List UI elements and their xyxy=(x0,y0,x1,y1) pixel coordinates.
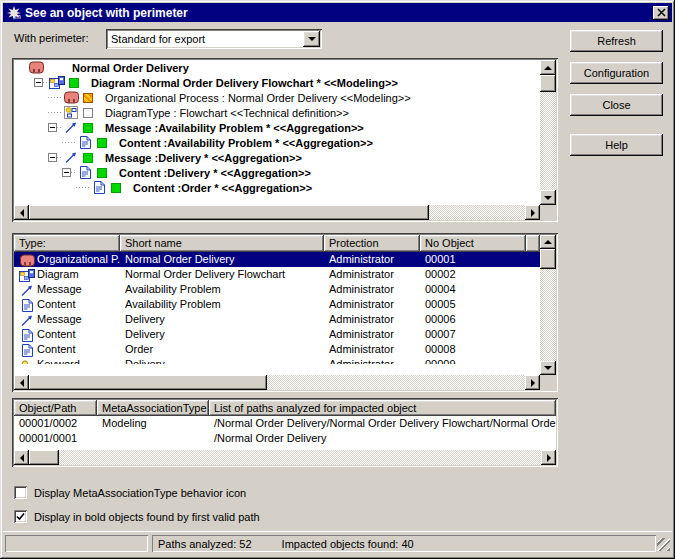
table-row[interactable]: 00001/0001/Normal Order Delivery xyxy=(14,431,556,446)
objects-vertical-scrollbar[interactable] xyxy=(540,235,556,375)
cell-protection[interactable]: Administrator xyxy=(324,342,420,357)
table-row[interactable]: ContentOrderAdministrator00008 xyxy=(14,342,540,357)
column-header-paths-list[interactable]: List of paths analyzed for impacted obje… xyxy=(209,400,556,416)
tree-expand-toggle[interactable] xyxy=(62,165,75,180)
tree-item[interactable]: Content :Delivery * <<Aggregation>> xyxy=(14,165,540,180)
collapse-minus-icon[interactable] xyxy=(62,168,71,177)
checkbox-display-meta-association-icon[interactable] xyxy=(14,486,27,499)
table-row[interactable]: ContentDeliveryAdministrator00007 xyxy=(14,327,540,342)
close-button[interactable] xyxy=(653,6,669,20)
tree-vertical-scrollbar[interactable] xyxy=(540,60,556,205)
tree-hscroll-thumb[interactable] xyxy=(29,205,429,220)
cell-meta-association-type[interactable] xyxy=(97,431,209,446)
cell-paths-list[interactable]: /Normal Order Delivery/Normal Order Deli… xyxy=(209,416,556,431)
cell-protection[interactable]: Administrator xyxy=(324,267,420,282)
cell-object-path[interactable]: 00001/0001 xyxy=(14,431,97,446)
scroll-right-button[interactable] xyxy=(525,375,540,390)
objects-vscroll-thumb[interactable] xyxy=(540,249,556,269)
cell-short-name[interactable]: Availability Problem xyxy=(120,282,324,297)
cell-no-object[interactable]: 00007 xyxy=(420,327,526,342)
cell-protection[interactable]: Administrator xyxy=(324,312,420,327)
cell-protection[interactable]: Administrator xyxy=(324,252,420,267)
table-row[interactable]: Organizational P...Normal Order Delivery… xyxy=(14,252,540,267)
cell-type[interactable]: Message xyxy=(14,282,120,297)
scroll-up-button[interactable] xyxy=(540,60,556,75)
tree-item[interactable]: Diagram :Normal Order Delivery Flowchart… xyxy=(14,75,540,90)
refresh-button[interactable]: Refresh xyxy=(570,30,663,52)
scroll-left-button[interactable] xyxy=(14,450,29,465)
cell-type[interactable]: Message xyxy=(14,312,120,327)
cell-protection[interactable]: Administrator xyxy=(324,282,420,297)
cell-short-name[interactable]: Availability Problem xyxy=(120,297,324,312)
column-header-protection[interactable]: Protection xyxy=(324,235,420,252)
column-header-meta-association-type[interactable]: MetaAssociationType xyxy=(97,400,209,416)
column-header-type[interactable]: Type: xyxy=(14,235,120,252)
tree-expand-toggle[interactable] xyxy=(48,150,61,165)
cell-no-object[interactable]: 00009 xyxy=(420,357,526,364)
tree-vscroll-thumb[interactable] xyxy=(540,75,556,92)
cell-no-object[interactable]: 00008 xyxy=(420,342,526,357)
perimeter-combobox[interactable]: Standard for export xyxy=(106,29,322,49)
table-row[interactable]: DiagramNormal Order Delivery FlowchartAd… xyxy=(14,267,540,282)
cell-type[interactable]: Content xyxy=(14,327,120,342)
tree-expand-toggle[interactable] xyxy=(48,120,61,135)
cell-no-object[interactable]: 00004 xyxy=(420,282,526,297)
column-header-object-path[interactable]: Object/Path xyxy=(14,400,97,416)
scroll-down-button[interactable] xyxy=(540,190,556,205)
scroll-left-button[interactable] xyxy=(14,375,29,390)
collapse-minus-icon[interactable] xyxy=(48,123,57,132)
paths-horizontal-scrollbar[interactable] xyxy=(14,450,556,465)
paths-hscroll-thumb[interactable] xyxy=(29,450,59,465)
table-row[interactable]: ContentAvailability ProblemAdministrator… xyxy=(14,297,540,312)
cell-short-name[interactable]: Delivery xyxy=(120,327,324,342)
perimeter-value[interactable]: Standard for export xyxy=(108,31,320,47)
table-row[interactable]: MessageDeliveryAdministrator00006 xyxy=(14,312,540,327)
cell-paths-list[interactable]: /Normal Order Delivery xyxy=(209,431,556,446)
cell-no-object[interactable]: 00002 xyxy=(420,267,526,282)
tree-item[interactable]: Organizational Process : Normal Order De… xyxy=(14,90,540,105)
table-row[interactable]: 00001/0002Modeling/Normal Order Delivery… xyxy=(14,416,556,431)
cell-short-name[interactable]: Delivery xyxy=(120,312,324,327)
table-row[interactable]: MessageAvailability ProblemAdministrator… xyxy=(14,282,540,297)
cell-short-name[interactable]: Order xyxy=(120,342,324,357)
resize-grip-icon[interactable] xyxy=(657,538,670,551)
help-button[interactable]: Help xyxy=(570,134,663,156)
scroll-up-button[interactable] xyxy=(540,235,556,249)
cell-protection[interactable]: Administrator xyxy=(324,357,420,364)
cell-protection[interactable]: Administrator xyxy=(324,327,420,342)
tree-item[interactable]: Content :Availability Problem * <<Aggreg… xyxy=(14,135,540,150)
cell-type[interactable]: Content xyxy=(14,342,120,357)
scroll-right-button[interactable] xyxy=(541,450,556,465)
collapse-minus-icon[interactable] xyxy=(48,153,57,162)
cell-type[interactable]: Organizational P... xyxy=(14,252,120,267)
combobox-dropdown-button[interactable] xyxy=(303,31,320,47)
column-header-short-name[interactable]: Short name xyxy=(120,235,324,252)
cell-no-object[interactable]: 00001 xyxy=(420,252,526,267)
tree-expand-toggle[interactable] xyxy=(34,75,47,90)
cell-short-name[interactable]: Normal Order Delivery Flowchart xyxy=(120,267,324,282)
cell-type[interactable]: Content xyxy=(14,297,120,312)
collapse-minus-icon[interactable] xyxy=(34,78,43,87)
scroll-left-button[interactable] xyxy=(14,205,29,220)
column-header-no-object[interactable]: No Object xyxy=(420,235,526,252)
tree-item[interactable]: Message :Delivery * <<Aggregation>> xyxy=(14,150,540,165)
cell-object-path[interactable]: 00001/0002 xyxy=(14,416,97,431)
objects-hscroll-thumb[interactable] xyxy=(29,375,267,390)
configuration-button[interactable]: Configuration xyxy=(570,62,663,84)
cell-no-object[interactable]: 00006 xyxy=(420,312,526,327)
close-dialog-button[interactable]: Close xyxy=(570,94,663,116)
cell-type[interactable]: Diagram xyxy=(14,267,120,282)
cell-type[interactable]: Keyword xyxy=(14,357,120,364)
cell-no-object[interactable]: 00005 xyxy=(420,297,526,312)
scroll-right-button[interactable] xyxy=(525,205,540,220)
cell-protection[interactable]: Administrator xyxy=(324,297,420,312)
cell-short-name[interactable]: Delivery xyxy=(120,357,324,364)
cell-short-name[interactable]: Normal Order Delivery xyxy=(120,252,324,267)
table-row[interactable]: KeywordDeliveryAdministrator00009 xyxy=(14,357,540,364)
tree-item[interactable]: Content :Order * <<Aggregation>> xyxy=(14,180,540,195)
checkbox-display-bold-first-valid-path[interactable] xyxy=(14,510,27,523)
tree-item[interactable]: DiagramType : Flowchart <<Technical defi… xyxy=(14,105,540,120)
tree-horizontal-scrollbar[interactable] xyxy=(14,205,540,220)
tree-item[interactable]: Message :Availability Problem * <<Aggreg… xyxy=(14,120,540,135)
scroll-down-button[interactable] xyxy=(540,361,556,375)
